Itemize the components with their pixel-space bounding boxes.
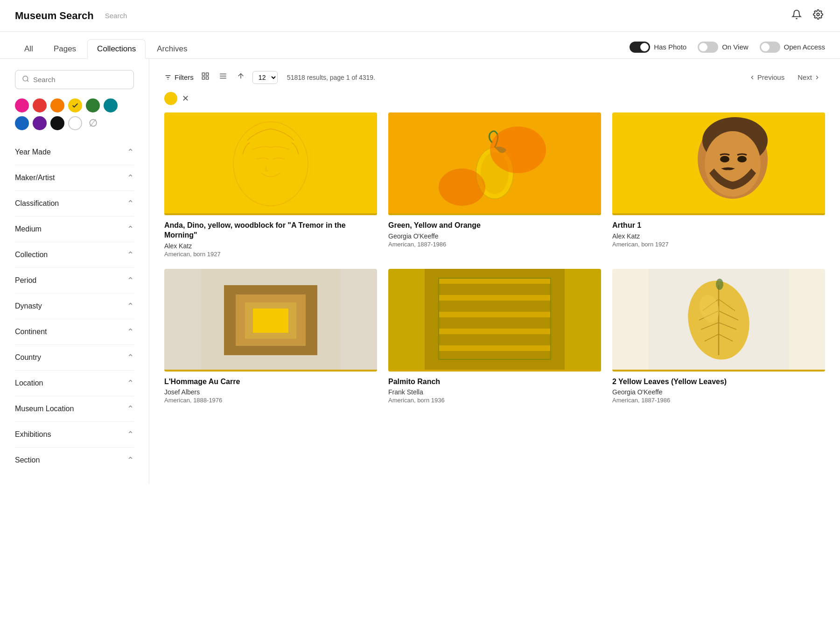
remove-filter-button[interactable]: ✕ xyxy=(180,93,191,104)
filters-button[interactable]: Filters xyxy=(164,73,194,81)
chevron-dynasty: ⌃ xyxy=(127,301,134,311)
search-bar[interactable] xyxy=(15,70,134,89)
art-title-lhommage: L'Hommage Au Carre xyxy=(164,377,377,387)
header-search-label[interactable]: Search xyxy=(105,12,127,20)
swatch-teal[interactable] xyxy=(104,98,118,112)
chevron-collection: ⌃ xyxy=(127,250,134,260)
svg-point-56 xyxy=(716,279,723,290)
svg-rect-42 xyxy=(439,354,551,359)
open-access-toggle-group: Open Access xyxy=(760,42,825,53)
svg-rect-37 xyxy=(439,312,551,317)
next-button[interactable]: Next xyxy=(793,70,825,84)
svg-rect-39 xyxy=(439,329,551,334)
swatch-blue[interactable] xyxy=(15,116,29,130)
art-artist-palmito-ranch: Frank Stella xyxy=(388,388,601,396)
svg-rect-40 xyxy=(439,337,551,343)
svg-rect-9 xyxy=(206,77,208,79)
settings-icon-button[interactable] xyxy=(811,7,825,24)
filter-dynasty[interactable]: Dynasty ⌃ xyxy=(15,294,134,319)
tab-archives[interactable]: Archives xyxy=(147,40,196,58)
list-view-button[interactable] xyxy=(217,70,229,84)
svg-rect-36 xyxy=(439,303,551,309)
art-image-anda-dino xyxy=(164,112,377,215)
filter-list: Year Made ⌃ Maker/Artist ⌃ Classificatio… xyxy=(15,140,134,473)
previous-button[interactable]: Previous xyxy=(744,70,789,84)
art-title-green-yellow-orange: Green, Yellow and Orange xyxy=(388,221,601,231)
svg-rect-31 xyxy=(253,308,288,333)
swatch-yellow[interactable] xyxy=(68,98,82,112)
chevron-country: ⌃ xyxy=(127,352,134,363)
filter-section[interactable]: Section ⌃ xyxy=(15,448,134,473)
filter-exhibitions[interactable]: Exhibitions ⌃ xyxy=(15,422,134,448)
art-card-green-yellow-orange[interactable]: Green, Yellow and Orange Georgia O'Keeff… xyxy=(388,112,601,258)
chevron-classification: ⌃ xyxy=(127,198,134,209)
filter-collection[interactable]: Collection ⌃ xyxy=(15,242,134,268)
filter-continent[interactable]: Continent ⌃ xyxy=(15,319,134,345)
sort-button[interactable] xyxy=(235,70,247,84)
art-details-yellow-leaves: American, 1887-1986 xyxy=(612,397,825,404)
has-photo-toggle[interactable] xyxy=(630,42,650,53)
art-title-anda-dino: Anda, Dino, yellow, woodblock for "A Tre… xyxy=(164,221,377,240)
swatch-black[interactable] xyxy=(50,116,64,130)
grid-view-button[interactable] xyxy=(199,70,211,84)
filter-museum-location[interactable]: Museum Location ⌃ xyxy=(15,396,134,422)
art-card-yellow-leaves[interactable]: 2 Yellow Leaves (Yellow Leaves) Georgia … xyxy=(612,269,825,404)
open-access-label: Open Access xyxy=(784,43,825,51)
on-view-toggle-group: On View xyxy=(698,42,748,53)
filter-classification[interactable]: Classification ⌃ xyxy=(15,191,134,217)
tab-pages[interactable]: Pages xyxy=(44,40,85,58)
svg-point-1 xyxy=(23,76,28,81)
art-title-yellow-leaves: 2 Yellow Leaves (Yellow Leaves) xyxy=(612,377,825,387)
svg-point-25 xyxy=(720,156,729,162)
svg-point-0 xyxy=(817,13,819,16)
art-title-palmito-ranch: Palmito Ranch xyxy=(388,377,601,387)
filter-location[interactable]: Location ⌃ xyxy=(15,371,134,396)
swatch-purple[interactable] xyxy=(33,116,47,130)
svg-line-2 xyxy=(27,80,28,82)
swatch-pink[interactable] xyxy=(15,98,29,112)
art-card-anda-dino[interactable]: Anda, Dino, yellow, woodblock for "A Tre… xyxy=(164,112,377,258)
tab-all[interactable]: All xyxy=(15,40,42,58)
art-image-green-yellow-orange xyxy=(388,112,601,215)
chevron-exhibitions: ⌃ xyxy=(127,429,134,440)
art-details-arthur-1: American, born 1927 xyxy=(612,241,825,248)
swatch-white[interactable] xyxy=(68,116,82,130)
swatch-clear[interactable]: ∅ xyxy=(86,116,100,130)
notification-icon-button[interactable] xyxy=(790,7,804,24)
on-view-toggle[interactable] xyxy=(698,42,718,53)
svg-point-20 xyxy=(439,168,485,206)
swatch-green[interactable] xyxy=(86,98,100,112)
art-artist-arthur-1: Alex Katz xyxy=(612,232,825,240)
svg-rect-7 xyxy=(206,73,208,75)
header: Museum Search Search xyxy=(0,0,840,32)
tab-collections[interactable]: Collections xyxy=(87,39,146,59)
header-icons xyxy=(790,7,825,24)
filter-country[interactable]: Country ⌃ xyxy=(15,345,134,371)
filter-maker-artist[interactable]: Maker/Artist ⌃ xyxy=(15,165,134,191)
per-page-select[interactable]: 12 24 48 96 xyxy=(252,71,278,84)
active-color-dot xyxy=(164,92,177,105)
search-input[interactable] xyxy=(33,76,127,84)
svg-rect-33 xyxy=(439,278,551,284)
active-filter-tag: ✕ xyxy=(164,92,825,105)
art-card-palmito-ranch[interactable]: Palmito Ranch Frank Stella American, bor… xyxy=(388,269,601,404)
has-photo-label: Has Photo xyxy=(654,43,686,51)
art-card-arthur-1[interactable]: Arthur 1 Alex Katz American, born 1927 xyxy=(612,112,825,258)
art-image-palmito-ranch xyxy=(388,269,601,372)
svg-rect-35 xyxy=(439,295,551,301)
search-icon xyxy=(22,75,29,84)
swatch-orange[interactable] xyxy=(50,98,64,112)
chevron-location: ⌃ xyxy=(127,378,134,388)
filter-period[interactable]: Period ⌃ xyxy=(15,268,134,294)
art-artist-lhommage: Josef Albers xyxy=(164,388,377,396)
swatch-red[interactable] xyxy=(33,98,47,112)
filter-medium[interactable]: Medium ⌃ xyxy=(15,217,134,242)
svg-rect-6 xyxy=(202,73,204,75)
art-image-arthur-1 xyxy=(612,112,825,215)
filters-label: Filters xyxy=(175,73,194,81)
art-details-lhommage: American, 1888-1976 xyxy=(164,397,377,404)
art-card-lhommage[interactable]: L'Hommage Au Carre Josef Albers American… xyxy=(164,269,377,404)
open-access-toggle[interactable] xyxy=(760,42,780,53)
filter-year-made[interactable]: Year Made ⌃ xyxy=(15,140,134,165)
art-artist-yellow-leaves: Georgia O'Keeffe xyxy=(612,388,825,396)
